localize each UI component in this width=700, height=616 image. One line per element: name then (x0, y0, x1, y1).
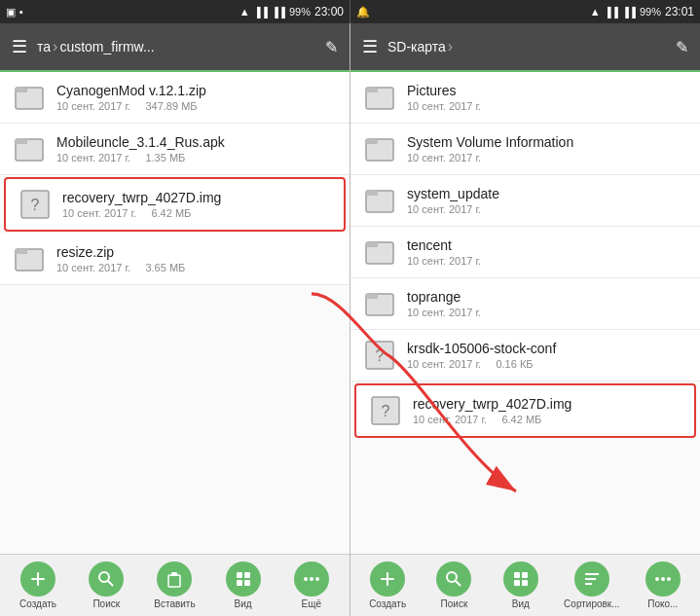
right-file-name-3: tencent (407, 237, 688, 253)
status-right-left: ▲ ▐▐ ▐▐ 99% 23:00 (239, 5, 344, 18)
left-menu-button[interactable]: ☰ (8, 32, 31, 61)
svg-rect-10 (31, 578, 45, 580)
svg-rect-29 (366, 242, 378, 247)
left-file-item-2[interactable]: ? recovery_twrp_4027D.img 10 сент. 2017 … (4, 177, 346, 232)
svg-rect-23 (366, 88, 378, 92)
right-file-list[interactable]: Pictures 10 сент. 2017 г. System Volume … (350, 72, 700, 554)
right-toolbar-view[interactable]: Вид (497, 562, 544, 609)
panels-wrapper: ☰ та › custom_firmw... ✎ Cyanogen (0, 23, 700, 616)
right-file-meta-3: 10 сент. 2017 г. (407, 255, 688, 267)
left-file-icon-2: ? (18, 187, 53, 222)
left-view-label: Вид (235, 598, 252, 609)
signal-icon-right1: ▐▐ (605, 7, 618, 18)
right-file-info-3: tencent 10 сент. 2017 г. (407, 237, 688, 267)
right-file-item-1[interactable]: System Volume Information 10 сент. 2017 … (350, 124, 700, 175)
right-file-item-6[interactable]: ? recovery_twrp_4027D.img 10 сент. 2017 … (354, 383, 696, 438)
right-file-name-1: System Volume Information (407, 134, 688, 150)
left-toolbar-create[interactable]: Создать (15, 562, 61, 609)
svg-rect-2 (16, 88, 27, 92)
svg-rect-18 (244, 580, 250, 586)
svg-point-38 (447, 572, 457, 582)
right-edit-button[interactable]: ✎ (672, 34, 692, 60)
right-file-item-3[interactable]: tencent 10 сент. 2017 г. (350, 227, 700, 278)
svg-point-11 (99, 572, 109, 582)
breadcrumb-current-right[interactable]: SD-карта (387, 39, 446, 54)
status-left-icons: ▣ ▪ (6, 6, 23, 18)
svg-rect-27 (366, 191, 378, 196)
breadcrumb-parent-left[interactable]: та (37, 39, 51, 54)
panel-right-header: ☰ SD-карта › ✎ (350, 23, 700, 70)
right-search-label: Поиск (441, 598, 468, 609)
wifi-icon-right: ▲ (590, 6, 601, 18)
left-toolbar-more[interactable]: Ещё (288, 562, 335, 609)
svg-text:?: ? (376, 347, 385, 364)
right-file-icon-3 (362, 235, 397, 270)
status-bar-right: 🔔 ▲ ▐▐ ▐▐ 99% 23:01 (350, 0, 700, 23)
right-sort-icon (574, 562, 609, 597)
right-file-icon-2 (362, 183, 397, 218)
left-toolbar-paste[interactable]: Вставить (151, 562, 198, 609)
right-toolbar-sort[interactable]: Сортировк... (564, 562, 619, 609)
left-bottom-toolbar: Создать Поиск Вставить Вид (0, 554, 350, 616)
monitor-icon: ▪ (19, 6, 23, 18)
right-sort-label: Сортировк... (564, 598, 619, 609)
right-file-name-0: Pictures (407, 83, 688, 98)
svg-rect-43 (522, 580, 528, 586)
right-file-meta-6: 10 сент. 2017 г. 6.42 МБ (413, 414, 682, 425)
right-file-name-5: krsdk-105006-stock-conf (407, 341, 688, 356)
left-search-icon (89, 562, 124, 597)
right-file-item-5[interactable]: ? krsdk-105006-stock-conf 10 сент. 2017 … (350, 330, 700, 381)
left-toolbar-search[interactable]: Поиск (83, 562, 129, 609)
svg-rect-17 (237, 580, 242, 586)
left-create-icon (20, 562, 55, 597)
signal-icon-right2: ▐▐ (622, 7, 636, 18)
right-more-label: Поко... (647, 598, 678, 609)
right-file-name-4: toprange (407, 289, 688, 305)
left-file-name-2: recovery_twrp_4027D.img (62, 190, 332, 205)
left-file-name-1: Mobileuncle_3.1.4_Rus.apk (56, 134, 338, 150)
left-file-name-0: CyanogenMod v.12.1.zip (56, 83, 338, 98)
svg-rect-15 (237, 572, 242, 578)
right-file-meta-4: 10 сент. 2017 г. (407, 307, 688, 318)
left-file-icon-1 (12, 131, 47, 166)
left-file-info-3: resize.zip 10 сент. 2017 г. 3.65 МБ (56, 244, 338, 273)
svg-point-49 (667, 577, 671, 581)
breadcrumb-sep-right: › (448, 38, 453, 55)
breadcrumb-current-left[interactable]: custom_firmw... (59, 39, 154, 54)
right-file-icon-4 (362, 286, 397, 321)
right-file-info-2: system_update 10 сент. 2017 г. (407, 186, 688, 215)
svg-point-48 (661, 577, 665, 581)
svg-rect-40 (514, 572, 520, 578)
left-edit-button[interactable]: ✎ (321, 34, 342, 60)
right-file-info-1: System Volume Information 10 сент. 2017 … (407, 134, 688, 163)
right-file-meta-1: 10 сент. 2017 г. (407, 152, 688, 163)
right-file-item-4[interactable]: toprange 10 сент. 2017 г. (350, 278, 700, 330)
right-file-item-0[interactable]: Pictures 10 сент. 2017 г. (350, 72, 700, 124)
right-file-info-6: recovery_twrp_4027D.img 10 сент. 2017 г.… (413, 396, 682, 425)
right-toolbar-create[interactable]: Создать (364, 562, 411, 609)
right-create-label: Создать (369, 598, 406, 609)
left-file-list[interactable]: CyanogenMod v.12.1.zip 10 сент. 2017 г. … (0, 72, 350, 554)
right-toolbar-more[interactable]: Поко... (640, 562, 686, 609)
left-file-item-3[interactable]: resize.zip 10 сент. 2017 г. 3.65 МБ (0, 234, 350, 285)
right-file-info-4: toprange 10 сент. 2017 г. (407, 289, 688, 318)
left-file-item-0[interactable]: CyanogenMod v.12.1.zip 10 сент. 2017 г. … (0, 72, 350, 124)
right-menu-button[interactable]: ☰ (358, 32, 382, 61)
right-search-icon (436, 562, 471, 597)
right-toolbar-search[interactable]: Поиск (430, 562, 477, 609)
right-view-label: Вид (512, 598, 530, 609)
status-bars: ▣ ▪ ▲ ▐▐ ▐▐ 99% 23:00 🔔 ▲ ▐▐ ▐▐ 99% 23:0… (0, 0, 700, 23)
panel-left: ☰ та › custom_firmw... ✎ Cyanogen (0, 23, 350, 616)
panel-left-header: ☰ та › custom_firmw... ✎ (0, 23, 350, 70)
svg-point-21 (315, 577, 319, 581)
left-create-label: Создать (19, 598, 56, 609)
right-file-meta-0: 10 сент. 2017 г. (407, 100, 688, 112)
svg-rect-31 (366, 294, 378, 299)
left-toolbar-view[interactable]: Вид (220, 562, 267, 609)
svg-text:?: ? (31, 197, 40, 213)
right-file-name-2: system_update (407, 186, 688, 201)
right-file-item-2[interactable]: system_update 10 сент. 2017 г. (350, 175, 700, 227)
left-file-item-1[interactable]: Mobileuncle_3.1.4_Rus.apk 10 сент. 2017 … (0, 124, 350, 175)
left-file-meta-3: 10 сент. 2017 г. 3.65 МБ (56, 262, 338, 273)
right-file-meta-5: 10 сент. 2017 г. 0.16 КБ (407, 358, 688, 370)
